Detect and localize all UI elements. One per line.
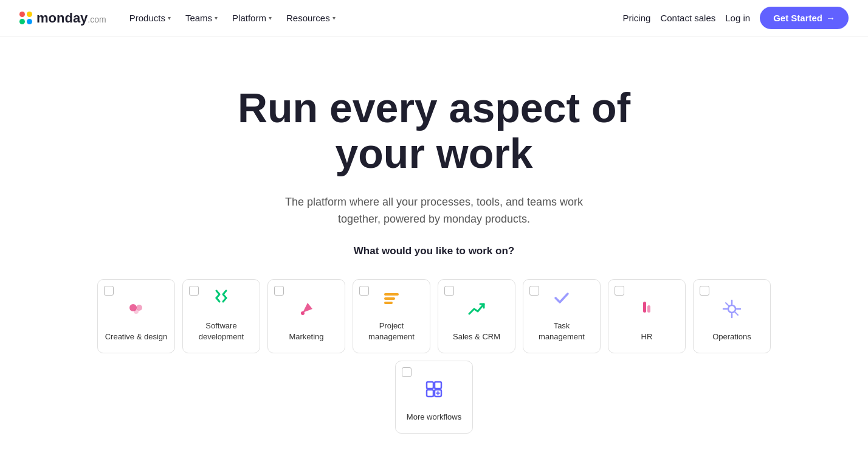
nav-cta-label: Get Started: [773, 13, 822, 23]
sales-icon: [466, 298, 487, 323]
cards-row: Creative & design Software development M…: [69, 279, 799, 433]
hero-title: Run every aspect of your work: [221, 85, 647, 176]
hr-icon: [636, 298, 658, 323]
nav-item-label: Resources: [286, 13, 330, 23]
card-checkbox-software[interactable]: [189, 286, 199, 296]
svg-rect-18: [427, 382, 433, 389]
card-project[interactable]: Project management: [353, 279, 430, 353]
card-label-operations: Operations: [712, 331, 751, 342]
svg-line-4: [223, 298, 226, 302]
card-sales[interactable]: Sales & CRM: [438, 279, 515, 353]
card-checkbox-more[interactable]: [402, 367, 412, 377]
operations-icon: [721, 298, 743, 323]
card-label-marketing: Marketing: [289, 331, 323, 342]
card-label-hr: HR: [641, 331, 653, 342]
creative-icon: [125, 298, 147, 323]
card-checkbox-project[interactable]: [359, 286, 369, 296]
chevron-down-icon: ▾: [168, 15, 171, 21]
card-more[interactable]: More workflows: [395, 361, 473, 434]
task-icon: [551, 287, 573, 312]
nav-item-label: Platform: [232, 13, 266, 23]
logo-dots: [19, 12, 33, 25]
svg-point-2: [134, 309, 139, 314]
nav-right: PricingContact salesLog inGet Started→: [623, 7, 849, 29]
nav-link-contact-sales[interactable]: Contact sales: [660, 13, 715, 23]
svg-rect-19: [435, 382, 441, 389]
card-checkbox-sales[interactable]: [444, 286, 454, 296]
logo-dot: [27, 12, 32, 17]
nav-cta-arrow: →: [826, 13, 835, 23]
chevron-down-icon: ▾: [215, 15, 218, 21]
svg-line-3: [216, 298, 219, 302]
svg-rect-9: [643, 302, 646, 313]
card-marketing[interactable]: Marketing: [267, 279, 345, 353]
nav-link-pricing[interactable]: Pricing: [623, 13, 651, 23]
logo[interactable]: monday.com: [19, 10, 106, 26]
card-creative[interactable]: Creative & design: [97, 279, 175, 353]
hero-subtitle: The platform where all your processes, t…: [270, 193, 598, 229]
card-label-project: Project management: [359, 320, 424, 342]
card-label-creative: Creative & design: [105, 331, 168, 342]
card-software[interactable]: Software development: [182, 279, 260, 353]
card-checkbox-hr[interactable]: [615, 286, 624, 296]
project-icon: [381, 287, 402, 312]
nav-item-teams[interactable]: Teams▾: [179, 9, 224, 27]
nav-item-resources[interactable]: Resources▾: [280, 9, 342, 27]
svg-line-17: [735, 312, 738, 315]
svg-point-11: [728, 305, 735, 313]
chevron-down-icon: ▾: [332, 15, 336, 21]
chevron-down-icon: ▾: [269, 15, 272, 21]
hero-question: What would you like to work on?: [354, 245, 514, 257]
card-checkbox-operations[interactable]: [700, 286, 709, 296]
card-label-sales: Sales & CRM: [453, 331, 500, 342]
svg-rect-10: [647, 305, 650, 313]
nav-item-label: Products: [129, 13, 165, 23]
nav-item-products[interactable]: Products▾: [123, 9, 177, 27]
software-icon: [210, 287, 232, 312]
hero-section: Run every aspect of your work The platfo…: [0, 36, 868, 464]
logo-dot: [19, 12, 25, 17]
svg-point-5: [301, 311, 305, 315]
logo-text: monday.com: [36, 10, 106, 26]
card-operations[interactable]: Operations: [693, 279, 771, 353]
svg-rect-20: [427, 390, 433, 396]
card-label-software: Software development: [189, 320, 253, 342]
nav-item-label: Teams: [185, 13, 212, 23]
nav-left: monday.com Products▾Teams▾Platform▾Resou…: [19, 9, 342, 27]
logo-dot: [19, 19, 25, 24]
get-started-button-nav[interactable]: Get Started→: [760, 7, 849, 29]
more-icon: [423, 378, 445, 403]
card-label-task: Task management: [529, 320, 594, 342]
nav-items: Products▾Teams▾Platform▾Resources▾: [123, 9, 342, 27]
marketing-icon: [295, 298, 317, 323]
logo-dot: [27, 19, 32, 24]
navbar: monday.com Products▾Teams▾Platform▾Resou…: [0, 0, 868, 36]
logo-suffix: .com: [88, 15, 106, 24]
card-hr[interactable]: HR: [608, 279, 686, 353]
nav-link-log-in[interactable]: Log in: [725, 13, 750, 23]
nav-item-platform[interactable]: Platform▾: [226, 9, 278, 27]
card-checkbox-marketing[interactable]: [274, 286, 284, 296]
card-checkbox-creative[interactable]: [104, 286, 114, 296]
card-checkbox-task[interactable]: [529, 286, 539, 296]
card-task[interactable]: Task management: [523, 279, 601, 353]
card-label-more: More workflows: [407, 412, 461, 423]
svg-line-16: [726, 303, 729, 306]
